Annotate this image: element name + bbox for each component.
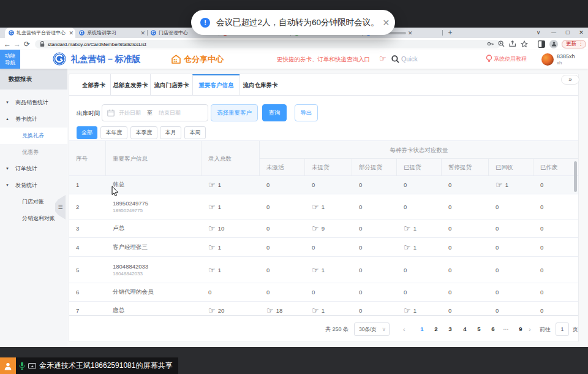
query-button[interactable]: 查询 xyxy=(262,104,287,121)
cell-link-value[interactable]: 1 xyxy=(413,225,417,232)
tab-close-icon[interactable]: ✕ xyxy=(408,30,413,36)
nav-toggle-button[interactable]: 功能导航 xyxy=(0,50,20,69)
kebab-menu-icon[interactable]: ⋮ xyxy=(578,41,583,47)
range-pill-本月[interactable]: 本月 xyxy=(160,126,181,139)
export-button[interactable]: 导出 xyxy=(295,104,318,121)
customer-name[interactable]: 18950249775 xyxy=(113,200,148,207)
new-tab-button[interactable]: + xyxy=(445,28,455,38)
browser-tab-2[interactable]: 系统培训学习✕ xyxy=(75,28,147,38)
customer-name[interactable]: 卢总 xyxy=(113,224,124,232)
hand-click-icon[interactable]: ☞ xyxy=(208,224,216,232)
tab-全部券卡[interactable]: 全部券卡 xyxy=(77,74,110,96)
table-row-7[interactable]: 7唐总☞20☞18☞10☞1000 xyxy=(69,302,578,316)
table-row-3[interactable]: 3卢总☞100☞90☞1000 xyxy=(69,219,578,238)
cell-link-value[interactable]: 1 xyxy=(322,267,325,273)
table-row-2[interactable]: 21895024977518950249775☞10☞100000 xyxy=(69,194,578,219)
hand-click-icon[interactable]: ☞ xyxy=(496,181,503,189)
hand-click-icon[interactable]: ☞ xyxy=(312,224,319,232)
pager-page-4[interactable]: 4 xyxy=(460,322,470,337)
pager-page-2[interactable]: 2 xyxy=(431,322,441,337)
cell-link-value[interactable]: 20 xyxy=(218,307,225,314)
side-panel-icon[interactable] xyxy=(538,40,545,48)
share-center-link[interactable]: 仓分享中心 xyxy=(171,50,224,69)
tab-流向门店券卡[interactable]: 流向门店券卡 xyxy=(150,74,192,96)
cell-link-value[interactable]: 18 xyxy=(276,307,283,314)
select-customer-button[interactable]: 选择重要客户 xyxy=(211,104,258,121)
back-icon[interactable]: ← xyxy=(2,40,12,48)
cell-link-value[interactable]: 1 xyxy=(218,204,221,210)
customer-name[interactable]: 客户经理张三 xyxy=(113,243,148,251)
table-row-4[interactable]: 4客户经理张三☞1000☞1000 xyxy=(69,238,578,257)
tab-close-icon[interactable]: ✕ xyxy=(69,30,74,36)
user-avatar[interactable] xyxy=(541,53,554,66)
pager-page-9[interactable]: 9 xyxy=(516,322,526,337)
hand-click-icon[interactable]: ☞ xyxy=(208,266,216,274)
hand-click-icon[interactable]: ☞ xyxy=(404,243,411,251)
cell-link-value[interactable]: 1 xyxy=(218,181,221,188)
page-size-select[interactable]: 30条/页∨ xyxy=(354,322,390,336)
reload-icon[interactable]: ⟳ xyxy=(22,40,32,48)
pager-next-icon[interactable]: › xyxy=(529,322,531,337)
sidebar-item-券卡统计[interactable]: ▲券卡统计 xyxy=(0,111,67,128)
minimize-icon[interactable]: — xyxy=(549,28,558,38)
hand-click-icon[interactable]: ☞ xyxy=(266,307,274,315)
bookmark-star-icon[interactable] xyxy=(521,40,528,48)
pager-goto-input[interactable]: 1 xyxy=(556,322,569,336)
sidebar-item-兑换礼券[interactable]: 兑换礼券 xyxy=(0,128,67,144)
sidebar-item-商品销售统计[interactable]: ▼商品销售统计 xyxy=(0,94,67,111)
pager-page-5[interactable]: 5 xyxy=(474,322,484,337)
hand-click-icon[interactable]: ☞ xyxy=(208,203,216,211)
range-pill-本季度[interactable]: 本季度 xyxy=(130,126,157,139)
pager-page-6[interactable]: 6 xyxy=(488,322,498,337)
range-pill-本周[interactable]: 本周 xyxy=(184,126,206,139)
hand-click-icon[interactable]: ☞ xyxy=(312,203,319,211)
quick-search-placeholder[interactable]: Quick xyxy=(401,50,418,69)
tab-重要客户信息[interactable]: 重要客户信息 xyxy=(192,74,239,96)
customer-name[interactable]: 18048842033 xyxy=(113,263,148,270)
range-pill-本年度[interactable]: 本年度 xyxy=(100,126,127,139)
window-close-icon[interactable]: ✕ xyxy=(577,28,586,38)
hand-click-icon[interactable]: ☞ xyxy=(404,307,411,315)
cell-link-value[interactable]: 1 xyxy=(413,307,417,314)
pager-page-1[interactable]: 1 xyxy=(417,322,427,337)
hand-click-icon[interactable]: ☞ xyxy=(208,181,216,189)
hand-click-icon[interactable]: ☞ xyxy=(404,224,411,232)
forward-icon[interactable]: → xyxy=(12,40,22,48)
url-bar[interactable]: standard.maboy.cn/CardMemberStatisticsLi… xyxy=(35,40,500,48)
hand-click-icon[interactable]: ☞ xyxy=(208,307,216,315)
search-icon[interactable] xyxy=(391,55,399,63)
cell-link-value[interactable]: 9 xyxy=(322,225,325,232)
range-pill-全部[interactable]: 全部 xyxy=(77,126,97,139)
table-row-6[interactable]: 6分销代理的会员00000000 xyxy=(69,283,578,302)
cell-link-value[interactable]: 1 xyxy=(218,244,221,251)
expand-tabs-button[interactable]: » xyxy=(561,75,579,85)
cell-link-value[interactable]: 1 xyxy=(322,307,325,314)
tab-search-icon[interactable]: ∨ xyxy=(534,28,543,38)
sidebar-item-发货统计[interactable]: ▼发货统计 xyxy=(0,177,67,194)
pager-page-3[interactable]: 3 xyxy=(445,322,455,337)
profile-avatar-icon[interactable] xyxy=(549,40,558,48)
browser-update-pill[interactable]: 更新 ⋮ xyxy=(562,40,586,48)
hand-click-icon[interactable]: ☞ xyxy=(312,266,319,274)
toast-close-icon[interactable]: ✕ xyxy=(383,18,390,28)
date-range-input[interactable]: 开始日期 至 结束日期 xyxy=(102,104,208,121)
zoom-icon[interactable] xyxy=(498,40,505,47)
hand-click-icon[interactable]: ☞ xyxy=(208,243,216,251)
tab-close-icon[interactable]: ✕ xyxy=(140,30,145,36)
customer-name[interactable]: 唐总 xyxy=(113,307,124,315)
share-icon[interactable] xyxy=(509,40,516,47)
cell-link-value[interactable]: 1 xyxy=(218,267,221,273)
tab-总部直发券卡[interactable]: 总部直发券卡 xyxy=(110,74,150,96)
browser-tab-1[interactable]: 礼盒营销平台管理中心✕ xyxy=(5,28,75,38)
cell-link-value[interactable]: 1 xyxy=(322,204,325,210)
sidebar-item-订单统计[interactable]: ▼订单统计 xyxy=(0,161,67,177)
cell-link-value[interactable]: 1 xyxy=(505,181,508,188)
table-scrollbar-thumb[interactable] xyxy=(574,161,577,192)
table-row-5[interactable]: 51804884203318048842033☞10☞100000 xyxy=(69,257,578,283)
tab-流向仓库券卡[interactable]: 流向仓库券卡 xyxy=(239,74,281,96)
maximize-icon[interactable]: ▢ xyxy=(564,28,572,38)
tutorial-link[interactable]: 系统使用教程 xyxy=(494,50,527,69)
table-row-1[interactable]: 1韩总☞100000☞10 xyxy=(69,176,578,194)
sidebar-item-优惠券[interactable]: 优惠券 xyxy=(0,144,67,161)
customer-name[interactable]: 分销代理的会员 xyxy=(113,288,154,296)
